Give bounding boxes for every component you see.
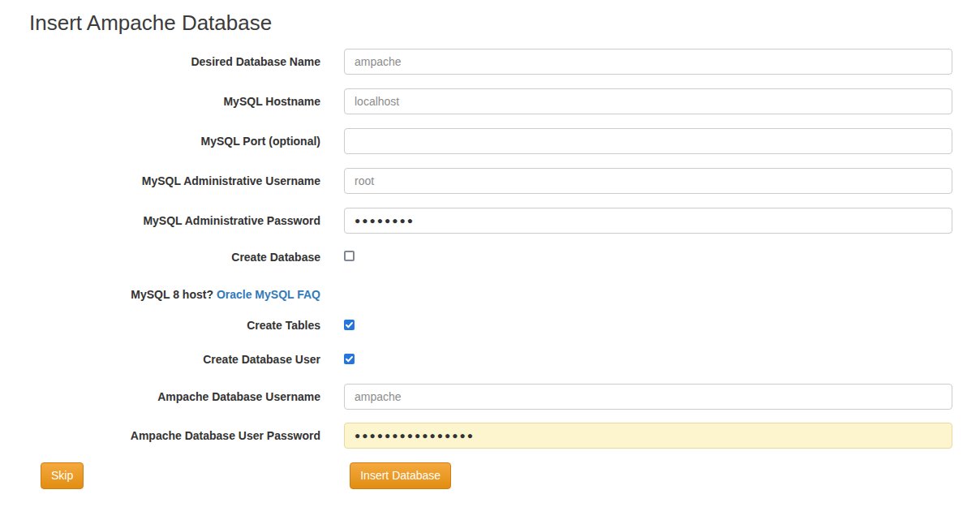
form-row-create-database-user: Create Database User <box>0 353 980 366</box>
form-row-mysql8-note: MySQL 8 host? Oracle MySQL FAQ <box>0 287 980 301</box>
mysql-port-label: MySQL Port (optional) <box>0 135 320 148</box>
mysql-admin-password-input[interactable] <box>344 208 952 234</box>
form-row-create-database: Create Database <box>0 251 980 264</box>
desired-database-name-input[interactable] <box>344 49 952 75</box>
checkmark-icon <box>345 354 354 363</box>
insert-database-button[interactable]: Insert Database <box>350 462 451 489</box>
create-tables-label: Create Tables <box>0 319 320 332</box>
checkmark-icon <box>345 320 354 329</box>
oracle-mysql-faq-link[interactable]: Oracle MySQL FAQ <box>217 288 320 301</box>
create-database-label: Create Database <box>0 251 320 264</box>
create-tables-checkbox[interactable] <box>344 320 355 330</box>
ampache-db-user-password-label: Ampache Database User Password <box>0 429 320 442</box>
create-database-user-checkbox[interactable] <box>344 354 355 364</box>
mysql-port-input[interactable] <box>344 128 952 154</box>
ampache-db-username-label: Ampache Database Username <box>0 390 320 403</box>
insert-database-form: Desired Database Name MySQL Hostname MyS… <box>0 49 980 489</box>
mysql-admin-password-label: MySQL Administrative Password <box>0 214 320 227</box>
desired-database-name-label: Desired Database Name <box>0 55 320 68</box>
page-title: Insert Ampache Database <box>29 11 980 35</box>
form-row-mysql-admin-password: MySQL Administrative Password <box>0 208 980 234</box>
form-row-desired-database-name: Desired Database Name <box>0 49 980 75</box>
form-row-ampache-db-user-password: Ampache Database User Password <box>0 423 980 449</box>
form-row-mysql-admin-username: MySQL Administrative Username <box>0 168 980 194</box>
mysql-admin-username-input[interactable] <box>344 168 952 194</box>
mysql8-host-note: MySQL 8 host? <box>131 288 213 301</box>
mysql-admin-username-label: MySQL Administrative Username <box>0 174 320 187</box>
ampache-db-user-password-input[interactable] <box>344 423 952 449</box>
mysql-hostname-input[interactable] <box>344 88 952 114</box>
create-database-user-label: Create Database User <box>0 353 320 366</box>
ampache-db-username-input[interactable] <box>344 384 952 410</box>
form-row-create-tables: Create Tables <box>0 319 980 332</box>
mysql-hostname-label: MySQL Hostname <box>0 95 320 108</box>
form-row-ampache-db-username: Ampache Database Username <box>0 384 980 410</box>
create-database-checkbox[interactable] <box>344 251 355 261</box>
form-row-mysql-port: MySQL Port (optional) <box>0 128 980 154</box>
form-actions: Skip Insert Database <box>0 462 980 489</box>
form-row-mysql-hostname: MySQL Hostname <box>0 88 980 114</box>
skip-button[interactable]: Skip <box>41 462 84 489</box>
